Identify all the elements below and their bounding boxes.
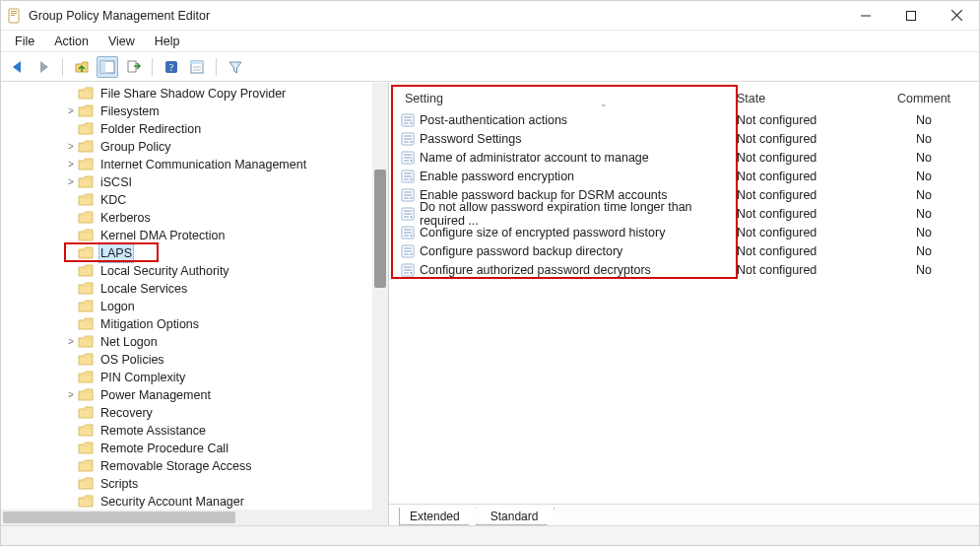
tree-node[interactable]: Security Account Manager: [1, 493, 388, 510]
tree-node[interactable]: Logon: [1, 298, 388, 315]
settings-row[interactable]: Configure size of encrypted password his…: [393, 223, 973, 241]
tree-node[interactable]: >iSCSI: [1, 173, 388, 191]
cell-state: Not configured: [737, 263, 875, 277]
folder-icon: [78, 459, 94, 473]
policy-icon: [401, 151, 415, 165]
cell-comment: No: [875, 226, 973, 239]
tree-node-label: Security Account Manager: [98, 493, 246, 510]
svg-rect-5: [907, 11, 916, 20]
settings-row[interactable]: Name of administrator account to manageN…: [393, 148, 973, 167]
close-button[interactable]: [934, 1, 979, 30]
svg-point-26: [411, 141, 413, 143]
tree-node[interactable]: Recovery: [1, 404, 388, 422]
settings-row[interactable]: Configure authorized password decryptors…: [393, 260, 973, 279]
tree-node[interactable]: Scripts: [1, 475, 388, 493]
col-header-comment[interactable]: Comment: [875, 92, 973, 105]
maximize-button[interactable]: [888, 1, 934, 30]
settings-row[interactable]: Configure password backup directoryNot c…: [393, 241, 973, 260]
cell-setting: Password Settings: [393, 132, 737, 146]
filter-button[interactable]: [225, 56, 246, 78]
forward-button[interactable]: [33, 56, 54, 78]
setting-name: Post-authentication actions: [420, 113, 567, 127]
tree-node[interactable]: Remote Procedure Call: [1, 440, 388, 457]
tree-horizontal-scrollbar[interactable]: [1, 510, 388, 525]
policy-icon: [401, 113, 415, 127]
tree-node[interactable]: Locale Services: [1, 280, 388, 298]
tree-node[interactable]: LAPS: [1, 244, 388, 262]
toolbar-separator: [216, 58, 217, 76]
tree-node[interactable]: Removable Storage Access: [1, 457, 388, 475]
col-header-setting[interactable]: Setting ⌄: [393, 92, 737, 105]
scrollbar-thumb[interactable]: [3, 512, 235, 523]
tree-node-label: LAPS: [98, 243, 134, 263]
folder-icon: [78, 246, 94, 260]
expander-icon[interactable]: >: [64, 173, 78, 191]
sort-indicator-icon: ⌄: [600, 99, 608, 108]
folder-icon: [78, 264, 94, 278]
folder-icon: [78, 335, 94, 349]
setting-name: Name of administrator account to manage: [420, 151, 649, 165]
tree-vertical-scrollbar[interactable]: [372, 83, 388, 510]
svg-point-46: [411, 216, 413, 218]
tree-node[interactable]: >Filesystem: [1, 102, 388, 120]
menu-help[interactable]: Help: [145, 33, 190, 50]
col-header-state[interactable]: State: [737, 92, 875, 105]
tree-node[interactable]: Kernel DMA Protection: [1, 227, 388, 244]
tree-node[interactable]: OS Policies: [1, 351, 388, 369]
cell-comment: No: [875, 113, 973, 127]
expander-icon[interactable]: >: [64, 138, 78, 156]
expander-icon[interactable]: >: [64, 102, 78, 120]
body-split: File Share Shadow Copy Provider>Filesyst…: [1, 82, 979, 525]
scrollbar-thumb[interactable]: [374, 170, 386, 288]
toolbar-separator: [152, 58, 153, 76]
tree-node[interactable]: PIN Complexity: [1, 369, 388, 386]
tree-node[interactable]: Mitigation Options: [1, 315, 388, 333]
expander-icon[interactable]: >: [64, 156, 78, 173]
menu-action[interactable]: Action: [44, 33, 98, 50]
minimize-button[interactable]: [843, 1, 888, 30]
tab-extended[interactable]: Extended: [399, 508, 477, 525]
tree-node[interactable]: >Power Management: [1, 386, 388, 404]
tree-node-label: Locale Services: [98, 280, 189, 298]
policy-icon: [401, 263, 415, 277]
folder-icon: [78, 424, 94, 438]
tree-scroll[interactable]: File Share Shadow Copy Provider>Filesyst…: [1, 83, 388, 510]
tree-node[interactable]: Folder Redirection: [1, 120, 388, 138]
tree-node[interactable]: KDC: [1, 191, 388, 209]
settings-row[interactable]: Enable password encryptionNot configured…: [393, 167, 973, 185]
tree-node[interactable]: >Internet Communication Management: [1, 156, 388, 173]
list-header[interactable]: Setting ⌄ State Comment: [393, 87, 973, 110]
expander-icon[interactable]: >: [64, 333, 78, 351]
tree-node[interactable]: Remote Assistance: [1, 422, 388, 440]
cell-state: Not configured: [737, 207, 875, 221]
tree-node[interactable]: Local Security Authority: [1, 262, 388, 280]
menu-file[interactable]: File: [5, 33, 44, 50]
show-hide-tree-button[interactable]: [97, 56, 118, 78]
back-button[interactable]: [7, 56, 29, 78]
folder-icon: [78, 87, 94, 101]
svg-point-31: [411, 160, 413, 162]
expander-icon[interactable]: >: [64, 386, 78, 404]
svg-rect-14: [191, 61, 203, 64]
window-controls: [843, 1, 979, 30]
tree-node-label: Internet Communication Management: [98, 156, 308, 173]
menu-view[interactable]: View: [98, 33, 145, 50]
tree-node[interactable]: File Share Shadow Copy Provider: [1, 85, 388, 102]
settings-row[interactable]: Do not allow password expiration time lo…: [393, 204, 973, 223]
export-button[interactable]: [122, 56, 144, 78]
settings-row[interactable]: Post-authentication actionsNot configure…: [393, 110, 973, 129]
tree-node-label: Removable Storage Access: [98, 457, 254, 475]
up-button[interactable]: [71, 56, 93, 78]
cell-comment: No: [875, 188, 973, 202]
tree-node[interactable]: >Group Policy: [1, 138, 388, 156]
window-root: Group Policy Management Editor File Acti…: [0, 0, 980, 546]
tree-node[interactable]: >Net Logon: [1, 333, 388, 351]
tab-standard[interactable]: Standard: [476, 508, 555, 525]
cell-setting: Configure password backup directory: [393, 244, 737, 258]
tree-node[interactable]: Kerberos: [1, 209, 388, 227]
setting-name: Do not allow password expiration time lo…: [420, 200, 737, 228]
help-button[interactable]: ?: [161, 56, 182, 78]
settings-row[interactable]: Password SettingsNot configuredNo: [393, 129, 973, 148]
properties-button[interactable]: [186, 56, 208, 78]
policy-icon: [401, 226, 415, 239]
